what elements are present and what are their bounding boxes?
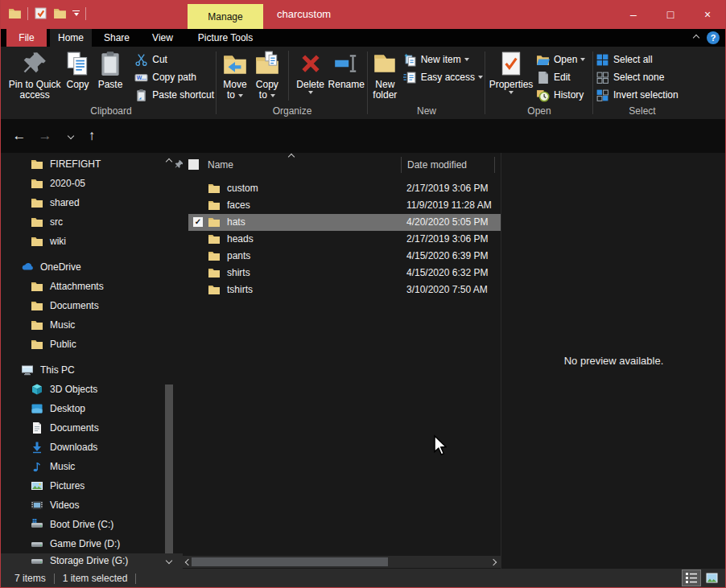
navigation-bar: ← → ↑ « Projects › Novetus › Novetus › s… [0,119,726,153]
rename-ibeam-icon [332,50,360,77]
collapse-ribbon-icon[interactable] [693,35,699,41]
sidebar-scrollbar[interactable] [163,153,175,569]
sidebar-item-this-pc[interactable]: This PC [0,360,184,380]
customize-toolbar-dropdown-icon[interactable] [72,10,80,17]
details-view-button[interactable] [683,570,700,586]
scroll-up-icon[interactable] [166,158,172,165]
properties-button[interactable]: Properties [488,49,534,94]
forward-icon[interactable]: → [35,126,55,146]
group-label-clipboard: Clipboard [8,105,214,117]
file-row-faces[interactable]: faces 11/9/2019 11:28 AM [183,197,501,214]
horizontal-scrollbar[interactable] [183,556,501,568]
tab-share[interactable]: Share [95,29,138,47]
cut-button[interactable]: Cut [134,51,214,68]
open-button[interactable]: Open [536,51,585,68]
tab-picture-tools[interactable]: Picture Tools [188,29,263,47]
column-header-name[interactable]: Name [208,159,233,171]
copy-path-button[interactable]: Copy path [134,68,214,86]
group-divider [592,51,593,114]
easy-access-button[interactable]: Easy access [403,68,483,86]
properties-check-icon[interactable] [34,6,47,20]
copy-to-folder-icon [254,50,281,77]
red-x-delete-icon [297,50,324,77]
tab-view[interactable]: View [142,29,184,47]
new-folder-icon [371,50,398,77]
select-none-button[interactable]: Select none [596,68,679,86]
desktop-icon [31,402,43,415]
file-row-tshirts[interactable]: tshirts 3/10/2020 7:50 AM [183,282,501,298]
folder-icon [31,196,43,209]
copy-to-button[interactable]: Copy to [251,49,283,101]
back-icon[interactable]: ← [10,126,29,146]
status-divider [54,574,55,584]
column-divider[interactable] [494,157,495,173]
system-drive-icon [31,518,43,531]
folder-icon [208,182,221,195]
scroll-down-icon[interactable] [166,557,172,564]
button-divider [288,51,289,101]
up-icon[interactable]: ↑ [82,126,101,146]
help-button[interactable]: ? [707,31,720,44]
group-divider [367,51,368,114]
selection-count: 1 item selected [63,573,128,584]
folder-icon [31,280,43,293]
sidebar-item-onedrive[interactable]: OneDrive [0,257,184,277]
column-header-date-modified[interactable]: Date modified [407,159,467,171]
maximize-button[interactable]: □ [652,0,689,29]
copy-button[interactable]: Copy [61,49,94,90]
invert-selection-button[interactable]: Invert selection [596,86,679,104]
select-all-checkbox[interactable] [188,159,199,170]
contextual-tab-manage[interactable]: Manage [188,4,263,29]
tab-file[interactable]: File [6,29,47,47]
preview-pane: No preview available. [501,153,726,569]
ribbon-group-open: Properties Open Edit History [488,47,591,119]
move-to-button[interactable]: Move to [219,49,251,101]
folder-icon [31,299,43,312]
group-label-new: New [370,105,483,117]
recent-locations-chevron-icon[interactable] [61,126,80,146]
row-checkbox-checked[interactable]: ✓ [193,217,203,227]
pin-to-quick-access-button[interactable]: Pin to Quick access [8,49,61,101]
invert-selection-icon [596,88,609,102]
window-title: charcustom [277,8,331,20]
status-bar: 7 items 1 item selected [0,569,726,588]
delete-button[interactable]: Delete [294,49,328,94]
status-divider [135,574,136,584]
new-folder-button[interactable]: New folder [370,49,400,101]
select-all-button[interactable]: Select all [596,51,679,68]
scrollbar-thumb[interactable] [192,557,388,566]
dropdown-caret-icon [308,91,313,94]
new-item-button[interactable]: New item [403,51,483,68]
cube-icon [31,383,43,396]
minimize-button[interactable]: – [615,0,652,29]
folder-icon [31,177,43,190]
edit-button[interactable]: Edit [536,68,585,86]
column-divider[interactable] [401,157,402,173]
paste-shortcut-button[interactable]: Paste shortcut [134,86,214,104]
rename-button[interactable]: Rename [328,49,365,90]
file-row-hats[interactable]: ✓ hats 4/20/2020 5:05 PM [183,214,501,231]
new-item-icon [403,53,417,67]
paste-button[interactable]: Paste [94,49,127,90]
folder-icon [31,235,43,248]
computer-icon [21,364,34,376]
thumbnail-view-icon [706,573,718,583]
scrollbar-thumb[interactable] [165,384,173,553]
scroll-left-icon[interactable] [185,559,192,565]
scroll-right-icon[interactable] [490,559,497,565]
large-icons-view-button[interactable] [703,570,720,586]
dropdown-caret-icon [464,58,469,61]
folder-icon[interactable] [8,6,22,20]
history-button[interactable]: History [536,86,585,104]
sort-ascending-icon [288,154,295,160]
tab-home[interactable]: Home [50,29,92,47]
close-button[interactable]: × [689,0,726,29]
copy-icon [64,50,92,77]
file-row-custom[interactable]: custom 2/17/2019 3:06 PM [183,180,501,197]
path-icon [134,71,148,84]
file-row-shirts[interactable]: shirts 4/15/2020 6:32 PM [183,265,501,282]
file-row-heads[interactable]: heads 2/17/2019 3:06 PM [183,231,501,248]
folder-icon[interactable] [53,6,67,20]
download-arrow-icon [31,441,43,454]
file-row-pants[interactable]: pants 4/15/2020 6:39 PM [183,248,501,265]
